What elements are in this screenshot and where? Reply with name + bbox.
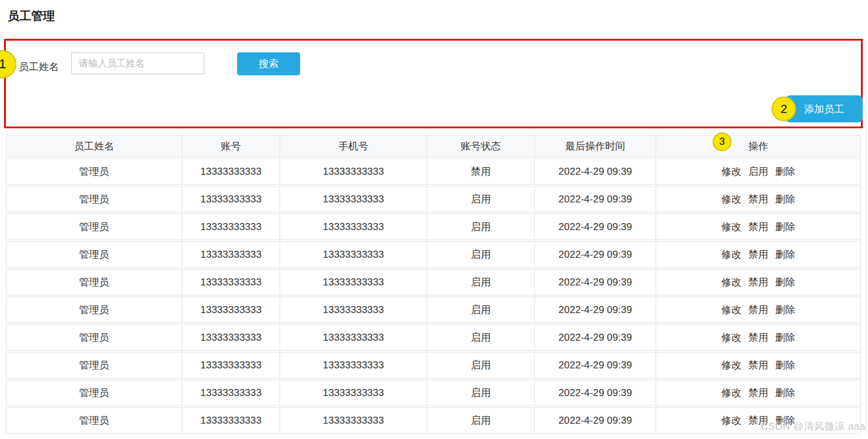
edit-link[interactable]: 修改: [721, 249, 741, 260]
column-header-account: 账号: [182, 135, 280, 157]
phone-cell: 13333333333: [280, 352, 427, 378]
toggle-status-link[interactable]: 禁用: [749, 332, 769, 343]
delete-link[interactable]: 删除: [776, 387, 796, 398]
edit-link[interactable]: 修改: [721, 387, 741, 398]
status-cell: 启用: [427, 407, 535, 434]
edit-link[interactable]: 修改: [721, 277, 741, 288]
column-header-employee-name: 员工姓名: [6, 135, 182, 157]
time-cell: 2022-4-29 09:39: [535, 297, 656, 323]
time-cell: 2022-4-29 09:39: [535, 158, 656, 185]
delete-link[interactable]: 删除: [776, 332, 796, 343]
phone-cell: 13333333333: [280, 158, 427, 185]
employee-name-cell: 管理员: [6, 324, 182, 351]
toggle-status-link[interactable]: 禁用: [749, 360, 769, 371]
employee-name-cell: 管理员: [6, 407, 182, 434]
content-right-border: [866, 41, 866, 434]
account-cell: 13333333333: [182, 214, 280, 240]
delete-link[interactable]: 删除: [776, 360, 796, 371]
time-cell: 2022-4-29 09:39: [535, 324, 656, 351]
annotation-badge-2: 2: [771, 97, 796, 121]
employee-name-cell: 管理员: [6, 297, 182, 323]
account-cell: 13333333333: [182, 380, 280, 406]
edit-link[interactable]: 修改: [721, 360, 741, 371]
status-cell: 启用: [427, 241, 535, 268]
operations-cell: 修改禁用删除: [656, 214, 861, 240]
delete-link[interactable]: 删除: [776, 249, 796, 260]
table-row: 管理员1333333333313333333333启用2022-4-29 09:…: [6, 269, 861, 295]
account-cell: 13333333333: [182, 241, 280, 268]
page-title: 员工管理: [8, 8, 55, 24]
operations-cell: 修改禁用删除: [656, 241, 861, 268]
operations-cell: 修改禁用删除: [656, 352, 861, 378]
delete-link[interactable]: 删除: [776, 277, 796, 288]
account-cell: 13333333333: [182, 158, 280, 185]
employee-name-cell: 管理员: [6, 352, 182, 378]
column-header-phone: 手机号: [280, 135, 427, 157]
filter-panel: 员工姓名 搜索 添加员工: [4, 39, 863, 128]
phone-cell: 13333333333: [280, 214, 427, 240]
employee-name-cell: 管理员: [6, 380, 182, 406]
phone-cell: 13333333333: [280, 297, 427, 323]
operations-cell: 修改禁用删除: [656, 324, 861, 351]
delete-link[interactable]: 删除: [776, 221, 796, 232]
time-cell: 2022-4-29 09:39: [535, 214, 656, 240]
toggle-status-link[interactable]: 禁用: [749, 221, 769, 232]
toggle-status-link[interactable]: 禁用: [749, 249, 769, 260]
account-cell: 13333333333: [182, 352, 280, 378]
toggle-status-link[interactable]: 禁用: [749, 304, 769, 315]
time-cell: 2022-4-29 09:39: [535, 269, 656, 295]
edit-link[interactable]: 修改: [721, 166, 741, 177]
delete-link[interactable]: 删除: [776, 166, 796, 177]
operations-cell: 修改启用删除: [656, 158, 861, 185]
status-cell: 启用: [427, 186, 535, 212]
status-cell: 启用: [427, 297, 535, 323]
toggle-status-link[interactable]: 禁用: [749, 387, 769, 398]
status-cell: 禁用: [427, 158, 535, 185]
account-cell: 13333333333: [182, 407, 280, 434]
employee-name-cell: 管理员: [6, 241, 182, 268]
delete-link[interactable]: 删除: [776, 304, 796, 315]
search-button[interactable]: 搜索: [237, 52, 300, 75]
employee-name-cell: 管理员: [6, 269, 182, 295]
edit-link[interactable]: 修改: [721, 304, 741, 315]
operations-cell: 修改禁用删除: [656, 380, 861, 406]
employee-name-cell: 管理员: [6, 214, 182, 240]
time-cell: 2022-4-29 09:39: [535, 380, 656, 406]
table-row: 管理员1333333333313333333333启用2022-4-29 09:…: [6, 297, 861, 323]
column-header-operations: 操作: [656, 135, 861, 157]
account-cell: 13333333333: [182, 269, 280, 295]
employee-name-input[interactable]: [71, 52, 204, 74]
watermark: CSDN @清风微凉 aaa: [761, 420, 866, 433]
phone-cell: 13333333333: [280, 186, 427, 212]
status-cell: 启用: [427, 269, 535, 295]
time-cell: 2022-4-29 09:39: [535, 352, 656, 378]
table-row: 管理员1333333333313333333333启用2022-4-29 09:…: [6, 407, 861, 434]
add-employee-button[interactable]: 添加员工: [786, 95, 863, 122]
edit-link[interactable]: 修改: [721, 415, 741, 426]
column-header-last-operation-time: 最后操作时间: [535, 135, 656, 157]
toggle-status-link[interactable]: 禁用: [749, 277, 769, 288]
edit-link[interactable]: 修改: [721, 332, 741, 343]
delete-link[interactable]: 删除: [776, 194, 796, 205]
employee-name-label: 员工姓名: [19, 60, 59, 74]
status-cell: 启用: [427, 352, 535, 378]
phone-cell: 13333333333: [280, 269, 427, 295]
employee-name-cell: 管理员: [6, 158, 182, 185]
operations-cell: 修改禁用删除: [656, 269, 861, 295]
phone-cell: 13333333333: [280, 241, 427, 268]
phone-cell: 13333333333: [280, 407, 427, 434]
table-header-row: 员工姓名 账号 手机号 账号状态 最后操作时间 操作: [6, 135, 861, 157]
table-row: 管理员1333333333313333333333启用2022-4-29 09:…: [6, 186, 861, 212]
account-cell: 13333333333: [182, 324, 280, 351]
edit-link[interactable]: 修改: [721, 221, 741, 232]
time-cell: 2022-4-29 09:39: [535, 407, 656, 434]
time-cell: 2022-4-29 09:39: [535, 241, 656, 268]
employee-table: 员工姓名 账号 手机号 账号状态 最后操作时间 操作 管理员1333333333…: [6, 134, 861, 435]
toggle-status-link[interactable]: 禁用: [749, 194, 769, 205]
toggle-status-link[interactable]: 启用: [749, 166, 769, 177]
table-row: 管理员1333333333313333333333启用2022-4-29 09:…: [6, 241, 861, 268]
phone-cell: 13333333333: [280, 380, 427, 406]
time-cell: 2022-4-29 09:39: [535, 186, 656, 212]
account-cell: 13333333333: [182, 297, 280, 323]
edit-link[interactable]: 修改: [721, 194, 741, 205]
